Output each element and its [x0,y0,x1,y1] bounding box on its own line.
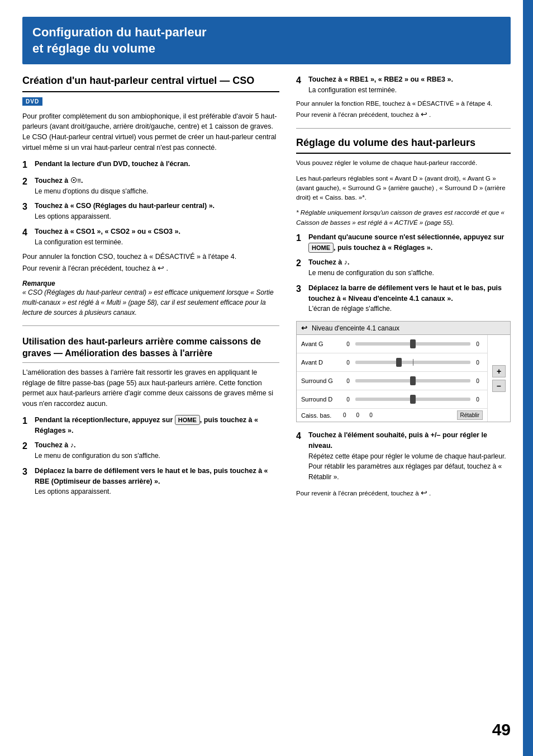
avant-d-row: Avant D 0 0 [297,353,487,372]
rbe-intro: L'amélioration des basses à l'arrière fa… [22,367,279,409]
reset-button[interactable]: Rétablir [457,410,483,420]
vol-step-4: 4 Touchez à l'élément souhaité, puis à +… [296,430,511,483]
diagram-title: Niveau d'enceinte 4.1 canaux [312,324,399,332]
plus-button[interactable]: + [492,365,506,377]
speaker-level-diagram: ↩ Niveau d'enceinte 4.1 canaux Avant G 0 [296,321,511,422]
caiss-cells: 0 0 0 Rétablir [339,410,487,420]
avant-d-track[interactable] [355,361,470,364]
avant-g-label: Avant G [297,341,339,347]
volume-intro: Vous pouvez régler le volume de chaque h… [296,158,511,168]
volume-section: Réglage du volume des haut-parleurs Vous… [296,136,511,499]
cso-step-3: 3 Touchez à « CSO (Réglages du haut-parl… [22,201,279,222]
home-button-2: HOME [308,243,334,253]
vol-back-text: Pour revenir à l'écran précédent, touche… [296,487,511,499]
divider-1 [22,325,279,326]
cso-section-title: Création d'un haut-parleur central virtu… [22,74,279,92]
page-number: 49 [492,720,511,739]
cso-cancel-text: Pour annuler la fonction CSO, touchez à … [22,252,279,274]
caiss-label: Caiss. bas. [297,412,339,419]
back-arrow-icon-2: ↩ [421,110,427,119]
right-column: 4 Touchez à « RBE1 », « RBE2 » ou « RBE3… [296,74,511,734]
dvd-badge: DVD [22,97,42,106]
cso-remark: Remarque « CSO (Réglages du haut-parleur… [22,280,279,318]
avant-g-row: Avant G 0 0 [297,335,487,353]
vol-step-1: 1 Pendant qu'aucune source n'est sélecti… [296,232,511,253]
volume-note: * Réglable uniquement lorsqu'un caisson … [296,208,511,228]
slider-thumb-3[interactable] [410,376,416,385]
divider-2 [296,128,511,129]
home-button: HOME [175,415,200,426]
surround-g-row: Surround G 0 0 [297,372,487,390]
cso-intro: Pour profiter complètement du son ambiop… [22,111,279,153]
slider-thumb[interactable] [410,339,416,348]
diagram-header: ↩ Niveau d'enceinte 4.1 canaux [297,322,510,335]
slider-thumb-4[interactable] [410,395,416,404]
volume-speakers-text: Les haut-parleurs réglables sont « Avant… [296,174,511,203]
back-arrow-icon-3: ↩ [421,488,427,497]
page: Configuration du haut-parleur et réglage… [0,0,533,756]
cso-step-1: 1 Pendant la lecture d'un DVD, touchez à… [22,159,279,171]
page-title: Configuration du haut-parleur et réglage… [32,25,501,56]
caiss-row: Caiss. bas. 0 0 0 Rétablir [297,409,487,422]
slider-thumb-2[interactable] [396,358,402,367]
avant-g-slider[interactable]: 0 0 [339,337,487,351]
avant-g-track[interactable] [355,342,470,346]
diagram-controls: + – [487,335,510,422]
header-box: Configuration du haut-parleur et réglage… [22,17,511,64]
cso-section: Création d'un haut-parleur central virtu… [22,74,279,318]
vol-step-3: 3 Déplacez la barre de défilement vers l… [296,283,511,314]
avant-d-slider[interactable]: 0 0 [339,356,487,369]
center-line-2 [413,359,413,366]
volume-section-title: Réglage du volume des haut-parleurs [296,136,511,154]
blue-sidebar [523,0,533,756]
rbe-cancel-text: Pour annuler la fonction RBE, touchez à … [296,99,511,120]
cso-step-2: 2 Touchez à ☉≡. Le menu d'options du dis… [22,176,279,197]
minus-button[interactable]: – [492,380,506,392]
diagram-body: Avant G 0 0 [297,335,510,422]
left-column: Création d'un haut-parleur central virtu… [22,74,279,734]
surround-d-slider[interactable]: 0 0 [339,393,487,406]
rbe-step-1: 1 Pendant la réception/lecture, appuyez … [22,415,279,436]
surround-g-track[interactable] [355,379,470,382]
surround-d-label: Surround D [297,396,339,403]
back-arrow-icon: ↩ [158,263,164,272]
surround-g-label: Surround G [297,377,339,384]
diagram-back-btn[interactable]: ↩ [301,324,307,332]
surround-d-track[interactable] [355,398,470,401]
surround-g-slider[interactable]: 0 0 [339,374,487,388]
vol-step-2: 2 Touchez à ♪. Le menu de configuration … [296,257,511,278]
cso-step-4: 4 Touchez à « CSO1 », « CSO2 » ou « CSO3… [22,226,279,248]
surround-d-row: Surround D 0 0 [297,390,487,409]
avant-d-label: Avant D [297,359,339,366]
rbe-step-2: 2 Touchez à ♪. Le menu de configuration … [22,440,279,461]
rbe-section-title: Utilisation des haut-parleurs arrière co… [22,336,279,363]
rbe-step-3: 3 Déplacez la barre de défilement vers l… [22,466,279,497]
diagram-rows: Avant G 0 0 [297,335,487,422]
main-content: Création d'un haut-parleur central virtu… [22,74,511,734]
rbe-section: Utilisation des haut-parleurs arrière co… [22,336,279,497]
rbe-step-4: 4 Touchez à « RBE1 », « RBE2 » ou « RBE3… [296,74,511,96]
